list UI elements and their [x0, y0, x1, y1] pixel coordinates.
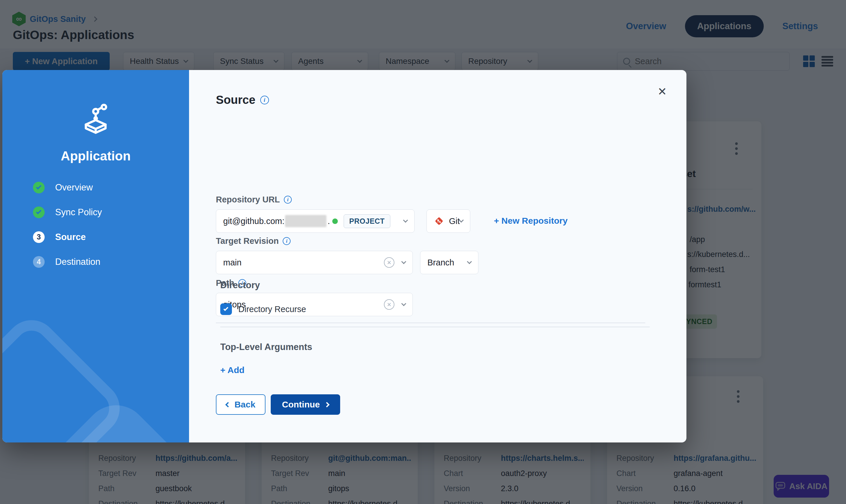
step-label: Overview [55, 182, 93, 193]
directory-recurse-label: Directory Recurse [238, 305, 306, 314]
step-number-icon: 3 [33, 231, 44, 243]
repo-connected-status-dot [332, 218, 338, 224]
step-overview[interactable]: Overview [33, 175, 102, 200]
revision-type-select[interactable]: Branch [420, 251, 479, 274]
back-button[interactable]: Back [216, 394, 266, 415]
top-level-arguments-heading: Top-Level Arguments [220, 342, 312, 352]
directory-heading: Directory [220, 280, 260, 290]
info-icon[interactable]: i [283, 237, 291, 245]
directory-recurse-row: Directory Recurse [220, 303, 306, 315]
chevron-left-icon [225, 402, 231, 407]
git-icon [434, 216, 444, 226]
redacted-text [285, 215, 326, 227]
project-badge: PROJECT [344, 214, 390, 228]
divider [216, 323, 645, 323]
target-revision-label-text: Target Revision [216, 236, 278, 246]
add-argument-link[interactable]: + Add [220, 365, 245, 375]
chevron-down-icon[interactable] [403, 218, 408, 223]
new-application-wizard-modal: Application Overview Sync Policy 3 Sourc… [2, 70, 686, 443]
info-icon[interactable]: i [260, 96, 269, 104]
check-circle-icon [33, 182, 44, 193]
chevron-down-icon[interactable] [467, 259, 472, 264]
repository-url-label-text: Repository URL [216, 195, 280, 204]
step-label: Sync Policy [55, 207, 102, 218]
target-revision-label: Target Revision i [216, 236, 291, 246]
repository-url-suffix: . [328, 216, 330, 226]
back-button-label: Back [235, 400, 255, 410]
revision-type-value: Branch [427, 258, 454, 268]
repo-type-value: Git [449, 216, 460, 226]
wizard-steps: Overview Sync Policy 3 Source 4 Destinat… [33, 175, 102, 274]
wizard-sidebar: Application Overview Sync Policy 3 Sourc… [2, 70, 189, 443]
step-label: Source [55, 232, 86, 242]
info-icon[interactable]: i [284, 196, 292, 203]
repository-url-input[interactable]: git@github.com: . PROJECT [216, 210, 415, 233]
chevron-down-icon[interactable] [401, 259, 407, 264]
modal-section-title: Source i [216, 93, 269, 106]
wizard-title: Application [2, 149, 189, 163]
checkbox-checked-icon[interactable] [220, 303, 232, 315]
chevron-down-icon[interactable] [401, 301, 407, 306]
repo-type-select[interactable]: Git [427, 210, 470, 233]
close-icon[interactable]: ✕ [655, 85, 669, 98]
target-revision-value: main [223, 258, 241, 268]
step-sync-policy[interactable]: Sync Policy [33, 200, 102, 224]
divider [220, 327, 650, 327]
repository-url-label: Repository URL i [216, 195, 292, 204]
chevron-right-icon [324, 402, 330, 407]
clear-icon[interactable]: ✕ [384, 257, 394, 268]
target-revision-input[interactable]: main ✕ [216, 251, 413, 274]
new-repository-link[interactable]: + New Repository [494, 216, 568, 226]
continue-button-label: Continue [282, 400, 320, 410]
check-circle-icon [33, 206, 44, 218]
repository-url-value: git@github.com: [223, 216, 284, 226]
clear-icon[interactable]: ✕ [384, 299, 394, 310]
continue-button[interactable]: Continue [271, 394, 340, 415]
application-icon [2, 102, 189, 138]
step-number-icon: 4 [33, 256, 44, 268]
modal-section-title-text: Source [216, 93, 255, 106]
step-source[interactable]: 3 Source [33, 224, 102, 249]
step-destination[interactable]: 4 Destination [33, 249, 102, 274]
step-label: Destination [55, 257, 100, 267]
